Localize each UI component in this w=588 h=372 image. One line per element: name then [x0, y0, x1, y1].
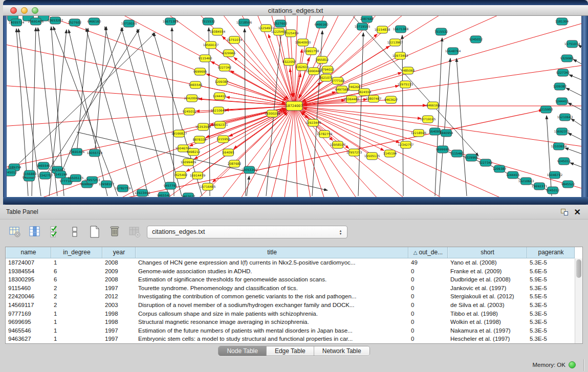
column-header-name[interactable]: name	[6, 247, 51, 258]
graph-node[interactable]: 6497568	[335, 86, 349, 93]
tab-node-table[interactable]: Node Table	[219, 346, 267, 356]
graph-node[interactable]: 1145194	[54, 171, 68, 178]
column-header-pagerank[interactable]: pagerank	[527, 247, 575, 258]
column-header-out-de-[interactable]: △out_de...	[408, 247, 448, 258]
row-height-icon[interactable]	[67, 224, 82, 240]
graph-node[interactable]: 9463627	[384, 96, 398, 103]
graph-node[interactable]: 7485063	[401, 67, 415, 74]
graph-node[interactable]: 19166827	[171, 130, 187, 137]
graph-node[interactable]: 8878334	[193, 136, 207, 143]
graph-node[interactable]: 14569117	[203, 41, 219, 49]
graph-node[interactable]: 18724007	[286, 101, 302, 111]
graph-node[interactable]: 3215953	[539, 106, 553, 113]
graph-node[interactable]: 15692371	[554, 128, 570, 135]
graph-node[interactable]: 9245012	[183, 108, 197, 115]
graph-node[interactable]: 18640910	[295, 39, 311, 46]
table-row[interactable]: 1830029562008Estimation of significance …	[6, 275, 575, 284]
graph-node[interactable]: 9245012	[7, 169, 17, 176]
graph-node[interactable]: 9245012	[557, 158, 571, 165]
graph-node[interactable]: 1209387	[553, 83, 567, 90]
graph-node[interactable]: 9777169	[331, 77, 345, 84]
show-columns-icon[interactable]	[27, 224, 42, 240]
graph-node[interactable]: 16210643	[557, 114, 573, 121]
graph-node[interactable]: 1244415	[213, 93, 227, 100]
graph-node[interactable]: 1244415	[506, 171, 520, 179]
graph-node[interactable]: 9699695	[436, 146, 450, 153]
graph-node[interactable]: 3824554	[358, 89, 372, 96]
graph-node[interactable]: 1181304	[555, 18, 569, 25]
graph-node[interactable]: 9115460	[199, 55, 212, 62]
graph-node[interactable]: 9115460	[450, 150, 464, 157]
graph-node[interactable]: 12218596	[411, 129, 427, 137]
graph-node[interactable]: 9794022	[321, 66, 335, 73]
graph-node[interactable]: 6466160	[88, 18, 101, 25]
graph-node[interactable]: 7625402	[174, 171, 188, 179]
graph-node[interactable]: 19384554	[210, 28, 226, 35]
network-canvas[interactable]: 1405572420691406106532871527602646616010…	[7, 16, 581, 197]
graph-node[interactable]: 2087682	[360, 16, 374, 23]
graph-node[interactable]: 1527602	[274, 20, 288, 27]
graph-node[interactable]: 1156883	[23, 170, 37, 178]
graph-node[interactable]: 12975115	[398, 81, 413, 88]
graph-node[interactable]: 12218596	[236, 19, 252, 26]
window-titlebar[interactable]: citations_edges.txt	[3, 5, 588, 16]
graph-node[interactable]: 1145194	[383, 150, 397, 157]
column-header-in-degree[interactable]: in_degree	[51, 247, 102, 258]
float-window-icon[interactable]	[561, 209, 568, 215]
select-mode-icon[interactable]	[47, 224, 62, 240]
column-header-title[interactable]: title	[136, 247, 408, 258]
graph-node[interactable]: 16671388	[393, 26, 409, 33]
tab-network-table[interactable]: Network Table	[314, 346, 369, 356]
graph-node[interactable]: 6466160	[315, 21, 329, 28]
graph-node[interactable]: 7955812	[315, 56, 329, 63]
table-row[interactable]: 1456911722003Disruption of a novel membe…	[6, 301, 575, 310]
graph-node[interactable]: 12342757	[398, 141, 414, 148]
table-row[interactable]: 2242004622012Investigating the contribut…	[6, 292, 575, 301]
tab-edge-table[interactable]: Edge Table	[267, 346, 314, 356]
graph-node[interactable]: 9699695	[193, 68, 207, 75]
delete-table-icon[interactable]	[127, 224, 142, 240]
delete-column-icon[interactable]	[107, 224, 122, 240]
graph-node[interactable]: 164095	[223, 149, 234, 156]
graph-node[interactable]: 15505135	[364, 152, 380, 160]
table-row[interactable]: 977716911998Corpus callosum shape and si…	[6, 310, 575, 318]
graph-node[interactable]: 9329966	[560, 55, 574, 62]
close-icon[interactable]: ✕	[574, 208, 581, 216]
column-header-year[interactable]: year	[102, 247, 136, 258]
table-row[interactable]: 1938455462009Genome-wide association stu…	[6, 267, 575, 276]
graph-node[interactable]: 9245012	[469, 36, 483, 43]
graph-node[interactable]: 2087682	[228, 160, 242, 167]
graph-node[interactable]: 9227342	[556, 69, 570, 76]
graph-node[interactable]: 9465546	[37, 162, 51, 169]
graph-node[interactable]: 9457791	[164, 182, 178, 189]
graph-node[interactable]: 12213967	[387, 39, 403, 46]
graph-node[interactable]: 16210643	[211, 107, 227, 114]
graph-node[interactable]: 1209387	[215, 78, 229, 85]
graph-node[interactable]: 9322057	[282, 58, 296, 65]
graph-node[interactable]: 16099489	[181, 159, 197, 166]
table-row[interactable]: 946554611997Estimation of the future num…	[6, 326, 575, 335]
graph-node[interactable]: 1244415	[555, 98, 569, 105]
graph-node[interactable]: 7515532	[202, 18, 215, 25]
graph-node[interactable]: 9463627	[182, 193, 195, 197]
graph-node[interactable]: 10653287	[48, 17, 63, 24]
graph-node[interactable]: 1840954	[440, 129, 453, 137]
graph-node[interactable]: 22420046	[184, 95, 200, 102]
graph-node[interactable]: 6466160	[426, 102, 440, 109]
table-row[interactable]: 1872400712008Changes of HCN gene express…	[6, 258, 575, 267]
graph-node[interactable]: 16648784	[445, 48, 461, 55]
graph-node[interactable]: 9465546	[189, 81, 203, 89]
graph-node[interactable]: 9845522	[561, 181, 575, 188]
table-row[interactable]: 969969511998Structural magnetic resonanc…	[6, 318, 575, 326]
column-header-short[interactable]: short	[448, 247, 527, 258]
graph-node[interactable]: 20053346	[242, 166, 257, 173]
table-row[interactable]: 946362711997Embryonic stem cells: a mode…	[6, 335, 575, 343]
graph-node[interactable]: 9329966	[465, 154, 478, 161]
graph-node[interactable]: 1527602	[68, 19, 82, 26]
new-table-icon[interactable]	[87, 224, 102, 240]
graph-node[interactable]: 16046712	[547, 171, 563, 179]
graph-node[interactable]: 16353594	[195, 123, 211, 130]
graph-node[interactable]: 16210643	[518, 178, 534, 185]
graph-node[interactable]: 7515532	[434, 28, 448, 35]
graph-node[interactable]: 10958107	[99, 181, 115, 188]
